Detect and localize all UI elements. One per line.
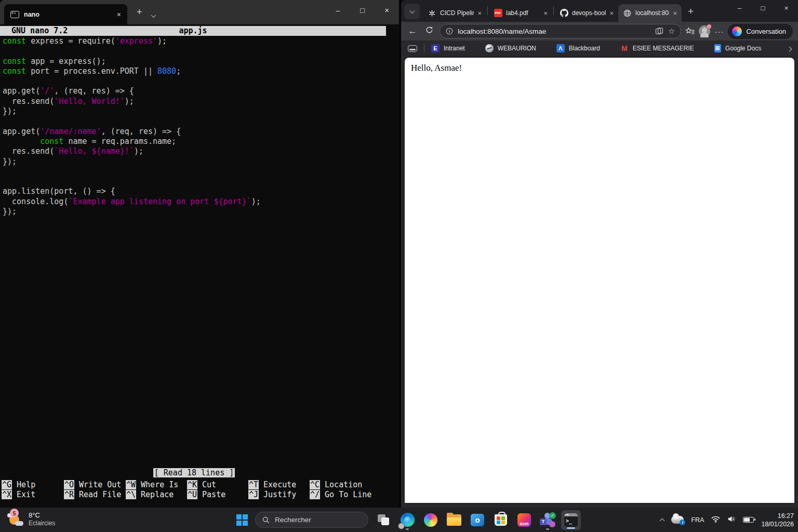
cmd-icon: C:\	[10, 11, 19, 18]
nano-editor: GNU nano 7.2 app.js const express = requ…	[0, 24, 399, 508]
running-indicator	[546, 528, 549, 530]
browser-tab-devops-book[interactable]: devops-book ×	[555, 4, 618, 22]
browser-close-button[interactable]: ×	[775, 0, 798, 16]
time: 16:27	[761, 512, 794, 520]
nano-shortcut: ^GHelp	[2, 480, 64, 490]
taskbar-search[interactable]: Rechercher	[255, 512, 368, 528]
outlook-icon[interactable]: o	[467, 510, 488, 530]
terminal-tab-dropdown-icon[interactable]	[152, 10, 155, 20]
browser-maximize-button[interactable]: □	[751, 0, 775, 16]
microsoft-store-icon[interactable]	[490, 510, 511, 530]
tab-title: localhost:808	[635, 9, 669, 17]
file-explorer-icon[interactable]	[444, 510, 464, 530]
bookmark-esiee-messagerie[interactable]: M ESIEE MESSAGERIE	[620, 44, 694, 52]
code-line: const app = express();	[3, 57, 399, 66]
weather-widget[interactable]: 5 8°C Eclaircies	[6, 510, 55, 528]
notification-dot	[707, 24, 711, 29]
add-favorite-icon[interactable]: ☆	[668, 26, 675, 36]
code-line	[3, 76, 399, 86]
edge-profile-badge	[398, 523, 405, 529]
split-screen-icon[interactable]	[655, 27, 663, 35]
taskbar-clock[interactable]: 16:27 18/01/2026	[761, 512, 794, 528]
desktop: C:\ nano × + – □ × GNU nano 7.2 app.js c…	[0, 0, 798, 532]
bookmark-blackboard[interactable]: Λ Blackboard	[556, 44, 600, 52]
browser-new-tab-button[interactable]: +	[688, 7, 694, 16]
nano-shortcut: ^TExecute	[248, 480, 310, 490]
browser-tab-cicd-pipeline[interactable]: CICD Pipeline ×	[423, 4, 486, 22]
code-line: console.log(`Example app listening on po…	[3, 197, 399, 207]
globe-icon	[623, 9, 632, 18]
m365-icon[interactable]: M365	[514, 510, 535, 530]
tab-close-icon[interactable]: ×	[673, 9, 677, 17]
edge-taskbar-icon[interactable]	[397, 510, 418, 530]
terminal-minimize-button[interactable]: –	[326, 0, 350, 21]
copilot-taskbar-icon[interactable]	[420, 510, 441, 530]
terminal-maximize-button[interactable]: □	[350, 0, 375, 21]
tab-close-icon[interactable]: ×	[543, 9, 548, 17]
taskbar-center: Rechercher o	[232, 508, 581, 532]
browser-viewport: Hello, Asmae!	[401, 56, 798, 508]
web-page[interactable]: Hello, Asmae!	[405, 58, 794, 503]
browser-toolbar: ← localhost:8080/name/Asmae ☆ ···	[401, 22, 798, 41]
google-docs-icon	[714, 44, 721, 52]
bookmark-google-docs[interactable]: Google Docs	[714, 44, 761, 52]
code-line: app.get('/', (req, res) => {	[3, 86, 399, 96]
terminal-new-tab-button[interactable]: +	[137, 7, 142, 17]
browser-window: CICD Pipeline × PDF lab4.pdf × devops-bo…	[401, 0, 798, 508]
weather-condition: Eclaircies	[29, 520, 55, 527]
nano-footer: [ Read 18 lines ] ^GHelp^OWrite Out^WWhe…	[2, 468, 387, 500]
bookmark-webaurion[interactable]: WEBAURION	[485, 44, 536, 52]
nano-filename: app.js	[179, 26, 207, 35]
onedrive-info-badge: i	[680, 520, 685, 525]
tab-actions-icon[interactable]	[408, 45, 417, 52]
teams-icon[interactable]: T ✓	[537, 510, 558, 530]
bookmark-intranet[interactable]: E Intranet	[431, 44, 465, 52]
nano-shortcut: ^RRead File	[64, 490, 126, 500]
running-indicator	[406, 528, 409, 530]
tab-close-icon[interactable]: ×	[477, 9, 482, 17]
volume-icon[interactable]	[727, 515, 736, 525]
browser-tab-lab4-pdf[interactable]: PDF lab4.pdf ×	[489, 4, 552, 22]
teams-avatar-badge	[549, 521, 555, 527]
tab-search-button[interactable]	[404, 4, 420, 19]
weather-temperature: 8°C	[29, 511, 55, 520]
code-line	[3, 116, 399, 126]
copilot-conversation-button[interactable]: Conversation	[728, 24, 793, 39]
settings-menu-icon[interactable]: ···	[714, 27, 724, 36]
bookmarks-overflow-icon[interactable]	[788, 44, 791, 53]
tray-overflow-chevron[interactable]	[660, 515, 664, 525]
nano-shortcut: ^WWhere Is	[126, 480, 187, 490]
code-line: });	[3, 207, 399, 217]
chatgpt-icon	[428, 9, 436, 18]
onedrive-icon[interactable]: i	[671, 516, 684, 524]
terminal-tab-nano[interactable]: C:\ nano ×	[4, 4, 127, 24]
notification-count-badge: 5	[10, 509, 19, 517]
wifi-icon[interactable]	[711, 515, 720, 525]
url-text[interactable]: localhost:8080/name/Asmae	[458, 28, 650, 35]
nano-code-area[interactable]: const express = require('express'); cons…	[0, 36, 399, 217]
address-bar[interactable]: localhost:8080/name/Asmae ☆	[440, 24, 681, 38]
language-indicator[interactable]: FRA	[691, 516, 704, 524]
terminal-close-button[interactable]: ×	[375, 0, 399, 21]
profile-avatar[interactable]	[699, 25, 710, 37]
gmail-icon: M	[620, 44, 629, 52]
site-info-icon[interactable]	[446, 28, 453, 35]
code-line	[3, 46, 399, 56]
github-icon	[560, 9, 568, 18]
favorites-icon[interactable]	[685, 27, 695, 35]
terminal-taskbar-icon[interactable]: >_	[561, 510, 581, 530]
refresh-button[interactable]	[423, 26, 435, 36]
terminal-titlebar[interactable]: C:\ nano × + – □ ×	[0, 0, 399, 24]
nano-shortcut: ^CLocation	[310, 480, 387, 490]
start-button[interactable]	[232, 510, 252, 530]
code-line: });	[3, 107, 399, 116]
battery-icon[interactable]	[743, 517, 754, 523]
task-view-button[interactable]	[374, 510, 394, 530]
back-button[interactable]: ←	[406, 26, 419, 36]
terminal-tab-close-icon[interactable]: ×	[117, 10, 121, 19]
tab-close-icon[interactable]: ×	[609, 9, 614, 17]
nano-shortcut: ^KCut	[187, 480, 248, 490]
pdf-icon: PDF	[494, 9, 502, 18]
browser-minimize-button[interactable]: –	[728, 0, 751, 16]
browser-tab-localhost-active[interactable]: localhost:808 ×	[618, 4, 682, 22]
